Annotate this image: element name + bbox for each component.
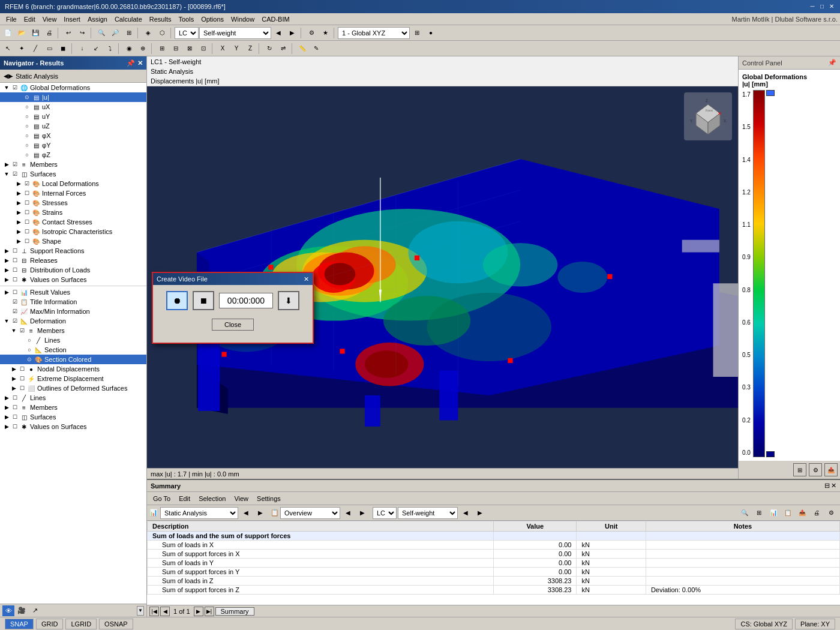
sum-lc-dropdown[interactable]: LC1 [373, 507, 397, 519]
tb-wire[interactable]: ⬡ [155, 26, 169, 40]
check-global-def[interactable]: ☑ [11, 83, 19, 92]
menu-window[interactable]: Window [227, 15, 258, 23]
tree-releases[interactable]: ▶ ☐ ⊟ Releases [0, 256, 146, 265]
nav-close-btn[interactable]: ✕ [137, 59, 143, 67]
sum-lc-next[interactable]: ▶ [473, 506, 487, 520]
sum-overview-next[interactable]: ▶ [356, 506, 369, 520]
check-deformation[interactable]: ☑ [11, 317, 19, 325]
sum-menu-edit[interactable]: Edit [175, 494, 194, 503]
expand-lines-tree[interactable]: ▶ [2, 394, 11, 402]
expand-dist-loads[interactable]: ▶ [2, 266, 11, 274]
legend-slider[interactable] [766, 90, 776, 457]
sum-tb7[interactable]: ⚙ [824, 506, 838, 520]
cp-table-btn[interactable]: ⊞ [793, 463, 806, 476]
sum-menu-selection[interactable]: Selection [195, 494, 229, 503]
tree-outlines[interactable]: ▶ ☐ ⬜ Outlines of Deformed Surfaces [0, 383, 146, 393]
expand-local-def[interactable]: ▶ [14, 179, 23, 188]
tree-surfaces[interactable]: ▼ ☑ ◫ Surfaces [0, 169, 146, 179]
sum-tb2[interactable]: ⊞ [752, 506, 766, 520]
tree-global-deformations[interactable]: ▼ ☑ 🌐 Global Deformations [0, 83, 146, 92]
sum-menu-goto[interactable]: Go To [149, 494, 174, 503]
minimize-btn[interactable]: ─ [809, 3, 816, 10]
tb2-annotate[interactable]: ✎ [310, 42, 323, 55]
video-close-btn[interactable]: Close [212, 319, 254, 331]
tree-result-values[interactable]: ▶ ☐ 📊 Result Values [0, 287, 146, 297]
sum-lc-name[interactable]: Self-weight [398, 507, 458, 519]
nav-pin-btn[interactable]: 📌 [127, 59, 135, 67]
menu-view[interactable]: View [39, 15, 61, 23]
tree-section-colored[interactable]: ⊙ 🎨 Section Colored [0, 355, 146, 364]
radio-uz[interactable]: ○ [23, 122, 31, 130]
nav-icon-camera[interactable]: 🎥 [16, 605, 28, 616]
tb2-x[interactable]: X [216, 42, 229, 55]
sum-overview-prev[interactable]: ◀ [341, 506, 355, 520]
menu-results[interactable]: Results [146, 15, 175, 23]
expand-surfaces[interactable]: ▼ [2, 170, 11, 178]
tb2-node[interactable]: ✦ [15, 42, 28, 55]
sum-tb5[interactable]: 📤 [796, 506, 809, 520]
expand-outlines[interactable]: ▶ [10, 384, 18, 392]
radio-phix[interactable]: ○ [23, 131, 31, 140]
status-snap[interactable]: SNAP [5, 619, 34, 629]
check-outlines[interactable]: ☐ [18, 384, 26, 392]
check-lines-tree[interactable]: ☐ [11, 394, 19, 402]
page-prev[interactable]: ◀ [160, 607, 170, 616]
close-btn[interactable]: ✕ [828, 3, 835, 10]
radio-u-abs[interactable]: ⊙ [23, 93, 31, 101]
tree-nodal-disp[interactable]: ▶ ☐ ● Nodal Displacements [0, 364, 146, 374]
expand-shape[interactable]: ▶ [14, 237, 23, 245]
expand-strains[interactable]: ▶ [14, 208, 23, 217]
nav-icon-path[interactable]: ↗ [29, 605, 41, 616]
tree-support-reactions[interactable]: ▶ ☐ ⊥ Support Reactions [0, 246, 146, 256]
summary-float-btn[interactable]: ⊟ [824, 482, 830, 490]
video-record-btn[interactable]: ⏺ [166, 291, 188, 310]
check-maxmin[interactable]: ☑ [11, 307, 19, 316]
view-area[interactable]: LC1 - Self-weight Static Analysis Displa… [147, 56, 738, 479]
tree-contact-stresses[interactable]: ▶ ☐ 🎨 Contact Stresses [0, 217, 146, 227]
tree-extreme-disp[interactable]: ▶ ☐ ⚡ Extreme Displacement [0, 374, 146, 383]
view-dropdown[interactable]: 1 - Global XYZ [338, 27, 410, 39]
menu-edit[interactable]: Edit [20, 15, 39, 23]
expand-surfaces-tree[interactable]: ▶ [2, 413, 11, 421]
tb-node[interactable]: ● [424, 26, 437, 40]
expand-extreme[interactable]: ▶ [10, 374, 18, 383]
tree-maxmin[interactable]: ☑ 📈 Max/Min Information [0, 307, 146, 316]
menu-insert[interactable]: Insert [60, 15, 84, 23]
radio-phiz[interactable]: ○ [23, 151, 31, 159]
tree-members-tree[interactable]: ▶ ☐ ≡ Members [0, 403, 146, 412]
lc-dropdown[interactable]: LC1 [175, 27, 199, 39]
check-strains[interactable]: ☐ [23, 208, 31, 217]
tb-zoom-out[interactable]: 🔎 [109, 26, 122, 40]
sum-menu-settings[interactable]: Settings [253, 494, 284, 503]
check-result-values[interactable]: ☐ [11, 288, 19, 296]
tb-save[interactable]: 💾 [29, 26, 42, 40]
tree-dist-loads[interactable]: ▶ ☐ ⊟ Distribution of Loads [0, 265, 146, 275]
tb2-load3[interactable]: ⤵ [103, 42, 116, 55]
check-dist-loads[interactable]: ☐ [11, 266, 19, 274]
tree-uz[interactable]: ○ ▤ uZ [0, 121, 146, 131]
status-grid[interactable]: GRID [36, 619, 64, 629]
tb2-view3[interactable]: ⊠ [183, 42, 196, 55]
orientation-cube[interactable]: Z Y X ✕ front [684, 92, 732, 140]
tree-phiz[interactable]: ○ ▤ φZ [0, 150, 146, 160]
menu-tools[interactable]: Tools [175, 15, 197, 23]
tb2-solid[interactable]: ◼ [56, 42, 70, 55]
radio-section-colored[interactable]: ⊙ [25, 355, 34, 364]
tree-u-abs[interactable]: ⊙ ▤ |u| [0, 92, 146, 102]
check-extreme[interactable]: ☐ [18, 374, 26, 383]
tree-ux[interactable]: ○ ▤ uX [0, 102, 146, 112]
expand-contact[interactable]: ▶ [14, 218, 23, 226]
tree-uy[interactable]: ○ ▤ uY [0, 112, 146, 121]
status-lgrid[interactable]: LGRID [65, 619, 97, 629]
check-surfaces-tree[interactable]: ☐ [11, 413, 19, 421]
check-contact[interactable]: ☐ [23, 218, 31, 226]
tb-settings2[interactable]: ★ [319, 26, 332, 40]
expand-isotropic[interactable]: ▶ [14, 227, 23, 236]
page-last[interactable]: ▶| [205, 607, 214, 616]
sum-menu-view[interactable]: View [230, 494, 252, 503]
tree-members[interactable]: ▶ ☑ ≡ Members [0, 160, 146, 169]
expand-values-surfaces[interactable]: ▶ [2, 275, 11, 284]
sum-tb4[interactable]: 📋 [781, 506, 794, 520]
page-next[interactable]: ▶ [194, 607, 203, 616]
tree-strains[interactable]: ▶ ☐ 🎨 Strains [0, 208, 146, 217]
